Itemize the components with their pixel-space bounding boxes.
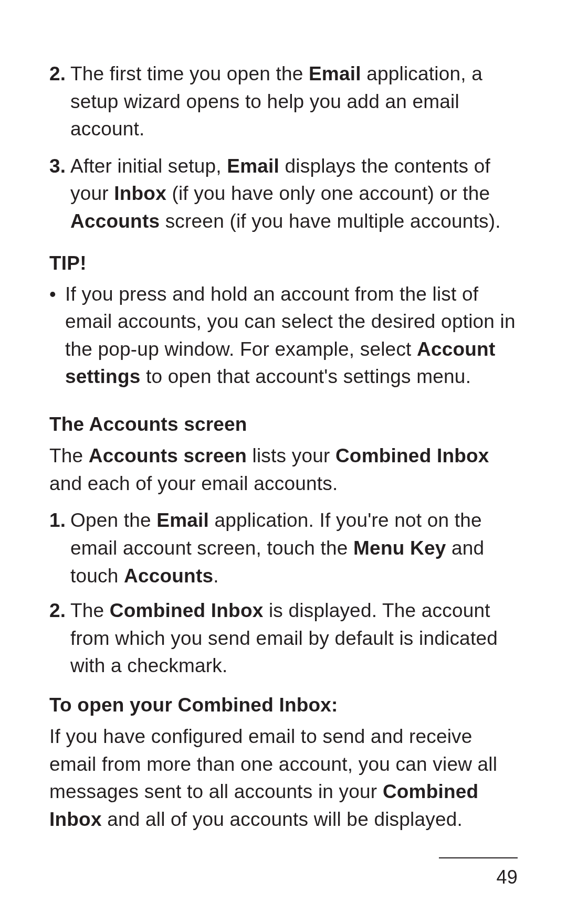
text: The [70,600,110,621]
text: The first time you open the [70,63,309,84]
bold-email: Email [156,509,209,531]
text: to open that account's settings menu. [140,366,471,387]
bold-menu-key: Menu Key [353,537,446,559]
page-number: 49 [439,864,518,890]
bold-email: Email [309,63,361,84]
step-3-marker: 3. [49,153,70,236]
text: and all of you accounts will be displaye… [102,809,463,830]
accounts-step-2-text: The Combined Inbox is displayed. The acc… [70,597,518,680]
accounts-steps: 1. Open the Email application. If you're… [49,507,518,679]
accounts-step-1-marker: 1. [49,507,70,590]
accounts-step-2-marker: 2. [49,597,70,680]
footer-rule [439,857,518,858]
accounts-step-1-text: Open the Email application. If you're no… [70,507,518,590]
bold-inbox: Inbox [114,183,166,204]
accounts-step-1: 1. Open the Email application. If you're… [49,507,518,590]
step-2-text: The first time you open the Email applic… [70,60,518,143]
manual-page: 2. The first time you open the Email app… [0,0,567,924]
bold-combined-inbox: Combined Inbox [110,600,264,621]
accounts-step-2: 2. The Combined Inbox is displayed. The … [49,597,518,680]
accounts-heading: The Accounts screen [49,411,518,439]
text: After initial setup, [70,155,227,177]
tip-heading: TIP! [49,250,518,278]
text: The [49,445,89,466]
bold-combined-inbox: Combined Inbox [335,445,489,466]
step-2: 2. The first time you open the Email app… [49,60,518,143]
combined-heading: To open your Combined Inbox: [49,692,518,719]
bold-accounts-screen: Accounts screen [89,445,247,466]
text: . [213,565,218,587]
text: (if you have only one account) or the [166,183,490,204]
text: screen (if you have multiple accounts). [160,210,501,232]
tip-bullet: If you press and hold an account from th… [49,281,518,391]
combined-text: If you have configured email to send and… [49,723,518,833]
text: and each of your email accounts. [49,473,338,494]
step-3-text: After initial setup, Email displays the … [70,153,518,236]
text: Open the [70,509,156,531]
accounts-intro: The Accounts screen lists your Combined … [49,442,518,497]
page-footer: 49 [439,857,518,890]
text: lists your [247,445,335,466]
bold-email: Email [227,155,279,177]
step-3: 3. After initial setup, Email displays t… [49,153,518,236]
bold-accounts: Accounts [70,210,160,232]
step-2-marker: 2. [49,60,70,143]
tip-text: If you press and hold an account from th… [65,281,518,391]
bullet-icon [49,281,65,391]
bold-accounts: Accounts [124,565,213,587]
